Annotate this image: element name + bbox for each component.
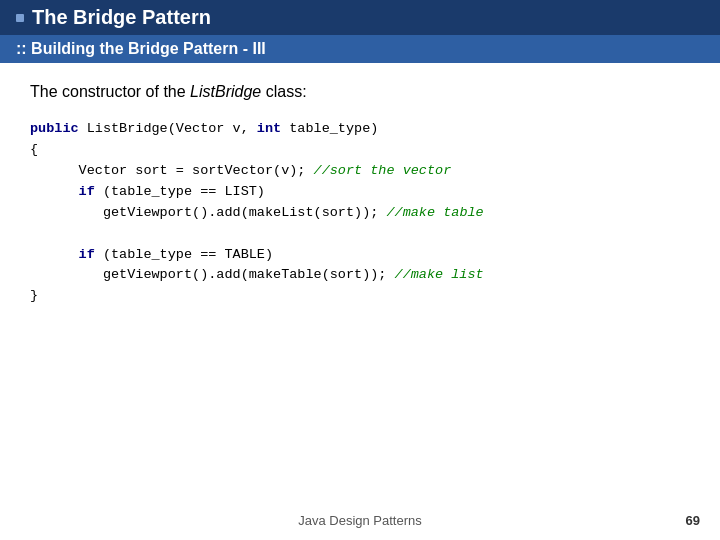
code-line-blank-1 <box>30 224 690 245</box>
footer: Java Design Patterns <box>0 513 720 528</box>
slide-title: The Bridge Pattern <box>32 6 211 29</box>
slide-container: The Bridge Pattern :: Building the Bridg… <box>0 0 720 540</box>
intro-paragraph: The constructor of the ListBridge class: <box>30 83 690 101</box>
slide-subtitle: :: Building the Bridge Pattern - III <box>16 40 266 57</box>
code-line-3: Vector sort = sortVector(v); //sort the … <box>30 161 690 182</box>
comment-sort: //sort the vector <box>314 163 452 178</box>
code-line-4: if (table_type == LIST) <box>30 182 690 203</box>
title-bullet <box>16 14 24 22</box>
comment-make-table: //make table <box>386 205 483 220</box>
keyword-public: public <box>30 121 79 136</box>
code-line-7: getViewport().add(makeTable(sort)); //ma… <box>30 265 690 286</box>
keyword-if-2: if <box>79 247 95 262</box>
footer-label: Java Design Patterns <box>298 513 422 528</box>
intro-text-after: class: <box>261 83 306 100</box>
intro-text-before: The constructor of the <box>30 83 190 100</box>
code-line-2: { <box>30 140 690 161</box>
code-line-8: } <box>30 286 690 307</box>
comment-make-list: //make list <box>395 267 484 282</box>
code-line-1: public ListBridge(Vector v, int table_ty… <box>30 119 690 140</box>
code-line-6: if (table_type == TABLE) <box>30 245 690 266</box>
code-block: public ListBridge(Vector v, int table_ty… <box>30 119 690 307</box>
intro-class-name: ListBridge <box>190 83 261 100</box>
keyword-if-1: if <box>79 184 95 199</box>
subtitle-bar: :: Building the Bridge Pattern - III <box>0 35 720 63</box>
page-number: 69 <box>686 513 700 528</box>
title-bar: The Bridge Pattern <box>0 0 720 35</box>
keyword-int: int <box>257 121 281 136</box>
content-area: The constructor of the ListBridge class:… <box>0 63 720 317</box>
code-line-5: getViewport().add(makeList(sort)); //mak… <box>30 203 690 224</box>
